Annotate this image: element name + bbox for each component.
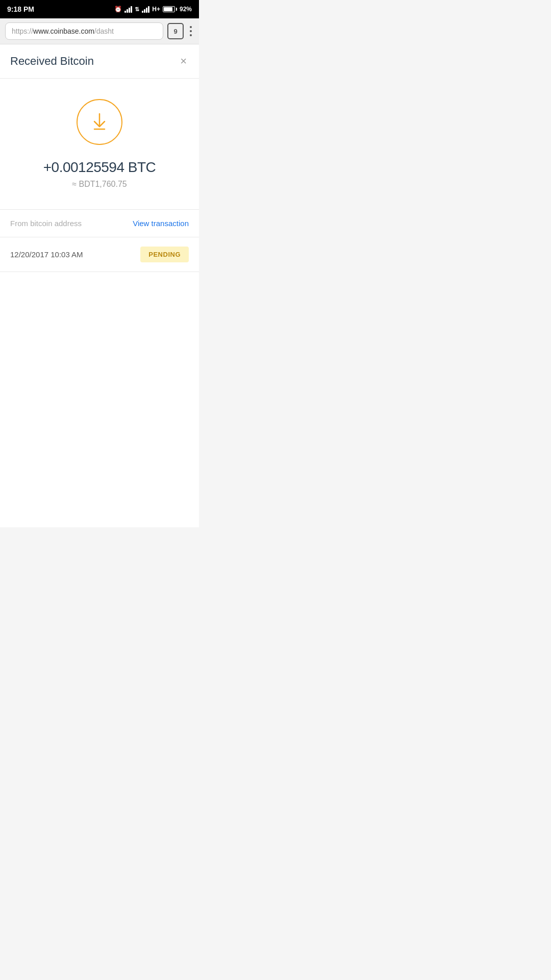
from-label: From bitcoin address — [10, 219, 82, 228]
signal-icon-2 — [142, 6, 149, 13]
data-transfer-icon: ⇅ — [135, 6, 139, 13]
status-badge: PENDING — [140, 247, 189, 262]
tab-count-button[interactable]: 9 — [167, 23, 184, 39]
empty-content-area — [0, 272, 199, 527]
receive-icon — [77, 99, 122, 145]
dot-1 — [190, 26, 192, 28]
date-status-row: 12/20/2017 10:03 AM PENDING — [0, 237, 199, 272]
browser-menu-button[interactable] — [188, 24, 194, 38]
status-time: 9:18 PM — [7, 5, 34, 13]
signal-icon — [124, 6, 132, 13]
status-bar: 9:18 PM ⏰ ⇅ H+ 92% — [0, 0, 199, 18]
close-button[interactable]: × — [178, 54, 189, 69]
dot-2 — [190, 30, 192, 32]
amount-section: +0.00125594 BTC ≈ BDT1,760.75 — [0, 79, 199, 210]
page-content: Received Bitcoin × +0.00125594 BTC ≈ BDT… — [0, 44, 199, 527]
btc-amount: +0.00125594 BTC — [43, 159, 156, 176]
battery-icon — [163, 6, 177, 12]
transaction-date: 12/20/2017 10:03 AM — [10, 250, 83, 259]
url-bar[interactable]: https:// www.coinbase.com /dasht — [5, 22, 163, 40]
status-icons: ⏰ ⇅ H+ 92% — [114, 6, 192, 13]
modal-title: Received Bitcoin — [10, 55, 94, 68]
network-type-icon: H+ — [152, 6, 160, 13]
alarm-icon: ⏰ — [114, 6, 122, 13]
url-main: www.coinbase.com — [33, 27, 94, 35]
modal-header: Received Bitcoin × — [0, 44, 199, 79]
battery-percentage: 92% — [180, 6, 192, 13]
download-arrow-icon — [89, 112, 110, 132]
view-transaction-link[interactable]: View transaction — [133, 219, 189, 228]
url-suffix: /dasht — [94, 27, 114, 35]
dot-3 — [190, 34, 192, 36]
browser-bar: https:// www.coinbase.com /dasht 9 — [0, 18, 199, 44]
from-address-row: From bitcoin address View transaction — [0, 210, 199, 237]
fiat-amount: ≈ BDT1,760.75 — [72, 180, 127, 189]
url-prefix: https:// — [12, 27, 33, 35]
